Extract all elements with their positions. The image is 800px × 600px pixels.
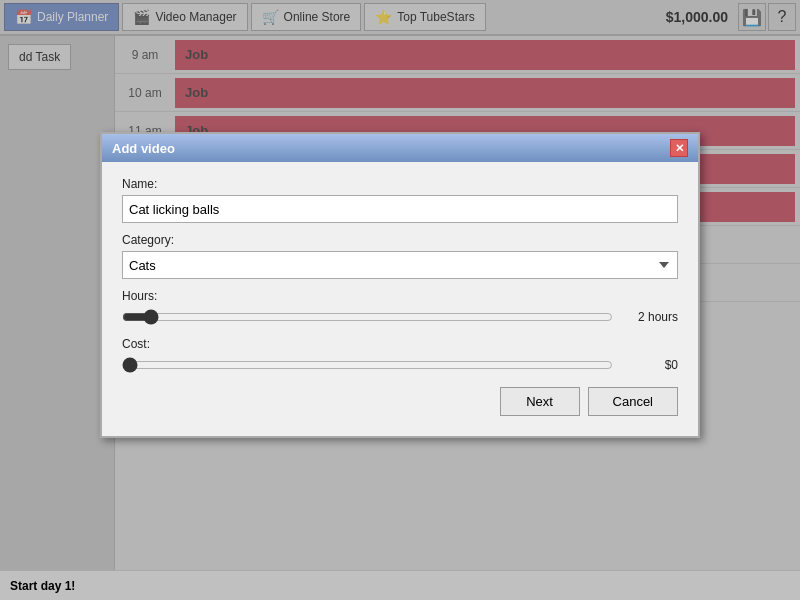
cost-slider-row: $0 <box>122 355 678 375</box>
next-button[interactable]: Next <box>500 387 580 416</box>
cancel-button[interactable]: Cancel <box>588 387 678 416</box>
cost-label: Cost: <box>122 337 678 351</box>
name-label: Name: <box>122 177 678 191</box>
dialog-title: Add video <box>112 141 175 156</box>
dialog-body: Name: Category: Cats Dogs Gaming Comedy … <box>102 162 698 436</box>
hours-value: 2 hours <box>623 310 678 324</box>
hours-label: Hours: <box>122 289 678 303</box>
status-text: Start day 1! <box>10 579 75 593</box>
category-label: Category: <box>122 233 678 247</box>
hours-slider-wrapper <box>122 307 613 327</box>
category-select[interactable]: Cats Dogs Gaming Comedy Music <box>122 251 678 279</box>
hours-slider-row: 2 hours <box>122 307 678 327</box>
hours-slider[interactable] <box>122 307 613 327</box>
name-input[interactable] <box>122 195 678 223</box>
dialog-footer: Next Cancel <box>122 387 678 416</box>
close-icon: ✕ <box>675 142 684 155</box>
add-video-dialog: Add video ✕ Name: Category: Cats Dogs Ga… <box>100 132 700 438</box>
modal-overlay: Add video ✕ Name: Category: Cats Dogs Ga… <box>0 0 800 570</box>
dialog-titlebar: Add video ✕ <box>102 134 698 162</box>
status-bar: Start day 1! <box>0 570 800 600</box>
dialog-close-button[interactable]: ✕ <box>670 139 688 157</box>
cost-value: $0 <box>623 358 678 372</box>
cost-slider-wrapper <box>122 355 613 375</box>
cost-slider[interactable] <box>122 355 613 375</box>
